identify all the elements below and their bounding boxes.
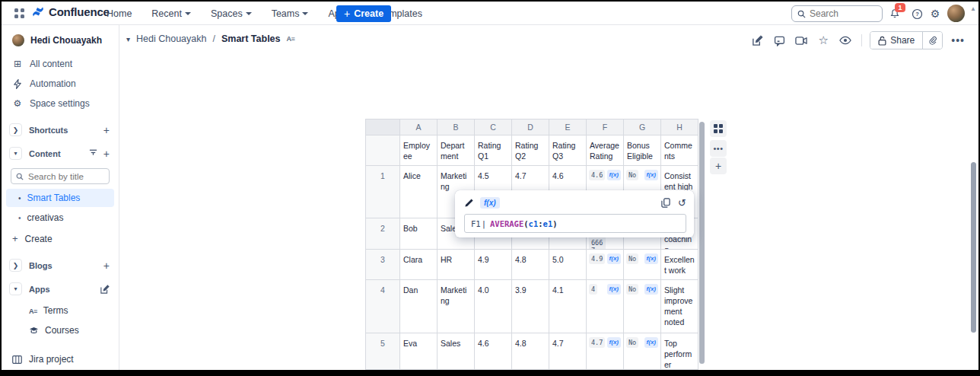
sidebar-item-jira-project[interactable]: Jira project	[2, 349, 119, 369]
bonus-eligible-cell[interactable]: Nof(x)	[624, 333, 661, 370]
data-cell[interactable]: 4.1	[549, 280, 587, 333]
app-switcher-icon[interactable]	[14, 8, 24, 18]
star-icon[interactable]: ☆	[815, 32, 832, 49]
add-blog-button[interactable]: +	[103, 260, 110, 271]
column-header-6[interactable]: Average Rating	[587, 135, 624, 166]
data-cell[interactable]: Clara	[400, 250, 438, 280]
help-icon[interactable]: ?	[910, 7, 924, 21]
bonus-eligible-cell[interactable]: Nof(x)	[624, 280, 661, 333]
data-cell[interactable]: 4.8	[512, 333, 549, 370]
column-letter-F[interactable]: F	[587, 119, 624, 135]
formula-input[interactable]: F1 | AVERAGE ( c1 : e1 )	[464, 214, 686, 233]
chevron-down-icon[interactable]: ▾	[9, 282, 22, 295]
column-letter-A[interactable]: A	[400, 119, 438, 135]
copy-link-button[interactable]	[922, 32, 942, 49]
add-content-button[interactable]: +	[103, 148, 110, 159]
sidebar-item-automation[interactable]: Automation	[2, 74, 119, 94]
column-header-7[interactable]: Bonus Eligible	[624, 135, 661, 166]
sidebar-app-item-courses[interactable]: Courses	[2, 320, 119, 340]
sidebar-user[interactable]: Hedi Chouayakh	[2, 25, 119, 54]
search-input[interactable]	[810, 8, 870, 19]
scrollbar-up-arrow[interactable]: ▲	[970, 5, 976, 12]
settings-gear-icon[interactable]: ⚙	[928, 7, 942, 21]
edit-apps-icon[interactable]	[100, 285, 110, 294]
column-letter-B[interactable]: B	[438, 119, 475, 135]
window-scrollbar[interactable]	[971, 162, 976, 333]
table-scrollbar[interactable]	[699, 122, 705, 364]
table-add-button[interactable]: +	[710, 158, 727, 174]
data-cell[interactable]: 4.7	[549, 333, 587, 370]
undo-icon[interactable]: ↺	[678, 198, 686, 208]
fx-formula-icon[interactable]: f(x)	[607, 337, 621, 348]
column-header-2[interactable]: Department	[438, 135, 475, 166]
fx-formula-icon[interactable]: f(x)	[644, 170, 658, 180]
row-header-cell[interactable]	[365, 135, 400, 166]
collapse-chevron-icon[interactable]: ▾	[126, 35, 130, 43]
row-number-cell[interactable]: 3	[365, 250, 400, 280]
fx-formula-icon[interactable]: f(x)	[607, 170, 621, 180]
row-number-cell[interactable]: 5	[365, 333, 400, 370]
watch-eye-icon[interactable]	[837, 32, 854, 49]
column-letter-H[interactable]: H	[661, 119, 698, 135]
data-cell[interactable]: 4.0	[475, 280, 512, 333]
column-header-3[interactable]: Rating Q1	[475, 135, 512, 166]
table-more-button[interactable]: •••	[710, 140, 727, 157]
sidebar-page-creativas[interactable]: •creativas	[6, 209, 114, 227]
chevron-right-icon[interactable]: ❯	[9, 123, 22, 136]
row-number-cell[interactable]: 2	[365, 218, 400, 250]
comments-cell[interactable]: Top performer	[661, 333, 698, 370]
top-nav-item-teams[interactable]: Teams	[272, 8, 309, 19]
row-number-cell[interactable]: 4	[365, 280, 400, 333]
chevron-down-icon[interactable]: ▾	[9, 147, 22, 160]
data-cell[interactable]: Alice	[400, 166, 438, 218]
column-header-5[interactable]: Rating Q3	[549, 135, 587, 166]
data-cell[interactable]: Bob	[400, 218, 438, 250]
edit-page-icon[interactable]	[749, 32, 765, 49]
top-nav-item-home[interactable]: Home	[107, 8, 132, 19]
user-avatar[interactable]	[947, 5, 965, 22]
data-cell[interactable]: Dan	[400, 280, 438, 333]
top-nav-item-spaces[interactable]: Spaces	[211, 8, 252, 19]
data-cell[interactable]: Eva	[400, 333, 438, 370]
fx-formula-icon[interactable]: f(x)	[607, 253, 621, 264]
fx-formula-icon[interactable]: f(x)	[644, 253, 658, 264]
add-shortcut-button[interactable]: +	[103, 125, 110, 135]
share-button[interactable]: Share	[870, 32, 922, 49]
data-cell[interactable]: 5.0	[549, 250, 587, 280]
fx-mode-button[interactable]: f(x)	[480, 197, 500, 209]
copy-icon[interactable]	[661, 198, 670, 208]
column-header-1[interactable]: Employee	[400, 135, 438, 166]
table-corner-cell[interactable]	[365, 119, 400, 135]
data-cell[interactable]: 3.9	[512, 280, 549, 333]
data-cell[interactable]: Sales	[438, 333, 475, 370]
fx-formula-icon[interactable]: f(x)	[644, 337, 658, 348]
fx-formula-icon[interactable]: f(x)	[607, 284, 621, 295]
comment-icon[interactable]	[771, 32, 788, 49]
table-settings-button[interactable]	[710, 120, 727, 137]
sidebar-create-button[interactable]: + Create	[2, 228, 119, 249]
average-rating-cell[interactable]: 4.7f(x)	[587, 333, 624, 370]
fx-formula-icon[interactable]: f(x)	[644, 284, 658, 295]
edit-pencil-icon[interactable]	[464, 198, 474, 208]
data-cell[interactable]: HR	[438, 250, 475, 280]
breadcrumb-parent[interactable]: Hedi Chouayakh	[136, 33, 206, 44]
sidebar-search-input[interactable]	[28, 172, 104, 181]
data-cell[interactable]: 4.9	[475, 250, 512, 280]
column-letter-G[interactable]: G	[624, 119, 661, 135]
column-letter-E[interactable]: E	[549, 119, 587, 135]
column-letter-C[interactable]: C	[475, 119, 512, 135]
average-rating-cell[interactable]: 4f(x)	[587, 280, 624, 333]
breadcrumb-current[interactable]: Smart Tables	[221, 33, 281, 44]
video-icon[interactable]	[793, 32, 810, 49]
confluence-logo[interactable]: Confluence	[32, 5, 110, 18]
sidebar-item-all-content[interactable]: ⊞All content	[2, 54, 119, 74]
data-cell[interactable]: 4.8	[512, 250, 549, 280]
sidebar-search-box[interactable]	[11, 168, 110, 184]
column-header-8[interactable]: Comments	[661, 135, 698, 166]
search-box[interactable]	[791, 5, 883, 22]
comments-cell[interactable]: Excellent work	[661, 250, 698, 280]
comments-cell[interactable]: Slight improvement noted	[661, 280, 698, 333]
sidebar-item-space-settings[interactable]: ⚙Space settings	[2, 94, 119, 113]
column-header-4[interactable]: Rating Q2	[512, 135, 549, 166]
data-cell[interactable]: 4.6	[475, 333, 512, 370]
